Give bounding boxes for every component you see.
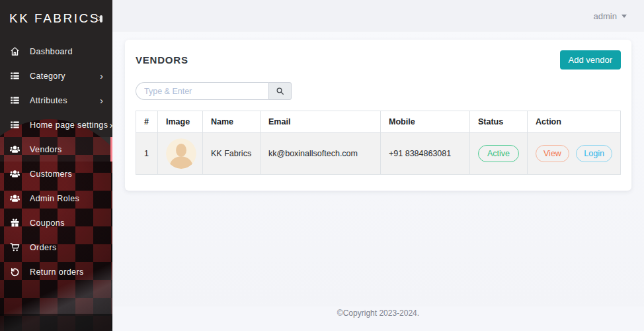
sidebar: KK FABRICS Dashboard Category › [0, 0, 112, 331]
sidebar-item-label: Dashboard [30, 47, 103, 56]
cart-icon [10, 242, 21, 252]
sidebar-item-coupons[interactable]: Coupons [0, 211, 112, 235]
sidebar-item-return-orders[interactable]: Return orders [0, 260, 112, 284]
page-title: VENDORS [136, 50, 188, 66]
sidebar-item-label: Home page settings [30, 120, 108, 130]
sidebar-item-label: Admin Roles [30, 194, 103, 203]
add-vendor-button[interactable]: Add vendor [560, 50, 622, 70]
sidebar-item-label: Category [30, 71, 99, 81]
sidebar-item-vendors[interactable]: Vendors [0, 137, 112, 162]
chevron-right-icon: › [99, 73, 103, 79]
list-icon [10, 95, 21, 105]
col-header-image: Image [158, 111, 203, 133]
users-icon [10, 144, 21, 154]
sidebar-item-home-page-settings[interactable]: Home page settings › [0, 113, 112, 137]
search-input[interactable] [136, 82, 268, 100]
sidebar-menu: Dashboard Category › Attributes › [0, 36, 112, 284]
sidebar-item-admin-roles[interactable]: Admin Roles [0, 186, 112, 211]
sidebar-item-dashboard[interactable]: Dashboard [0, 39, 112, 64]
copyright-text: ©Copyright 2023-2024. [337, 308, 419, 318]
table-header-row: # Image Name Email Mobile Status Action [136, 111, 621, 133]
vendors-card: VENDORS Add vendor [125, 40, 631, 191]
sidebar-brand-row: KK FABRICS [0, 0, 112, 36]
list-icon [10, 71, 21, 81]
gift-icon [10, 218, 21, 228]
sidebar-item-label: Orders [30, 243, 103, 252]
search-icon [276, 87, 284, 95]
sidebar-item-label: Customers [30, 169, 103, 179]
login-button[interactable]: Login [576, 145, 612, 162]
topbar: admin [112, 0, 644, 32]
table-row: 1 [136, 133, 621, 175]
chevron-right-icon: › [99, 97, 103, 104]
sidebar-item-label: Coupons [30, 218, 103, 228]
vendor-avatar [166, 138, 196, 169]
status-badge[interactable]: Active [478, 145, 519, 162]
col-header-index: # [136, 111, 158, 133]
sidebar-item-label: Vendors [30, 145, 101, 154]
col-header-email: Email [261, 111, 381, 133]
col-header-action: Action [528, 111, 621, 133]
sidebar-item-attributes[interactable]: Attributes › [0, 88, 112, 113]
view-button[interactable]: View [536, 145, 569, 162]
sidebar-item-label: Return orders [30, 267, 103, 277]
content-area: VENDORS Add vendor [112, 32, 644, 307]
brand-title: KK FABRICS [9, 11, 100, 26]
sidebar-background-shade [0, 314, 112, 331]
chevron-right-icon: › [108, 122, 112, 128]
sidebar-item-customers[interactable]: Customers [0, 162, 112, 186]
sidebar-collapse-toggle-icon[interactable] [100, 15, 102, 23]
home-icon [10, 46, 21, 56]
search-button[interactable] [268, 82, 292, 100]
app-window: KK FABRICS Dashboard Category › [0, 0, 644, 331]
sidebar-item-orders[interactable]: Orders [0, 235, 112, 260]
col-header-name: Name [203, 111, 261, 133]
caret-down-icon [622, 15, 627, 18]
search-bar [136, 82, 621, 100]
col-header-mobile: Mobile [381, 111, 470, 133]
vendor-email: kk@boxinallsoftech.com [261, 133, 381, 175]
admin-user-label: admin [594, 11, 617, 21]
footer: ©Copyright 2023-2024. [112, 307, 644, 331]
main-area: admin VENDORS Add vendor [112, 0, 644, 331]
row-index: 1 [136, 133, 158, 175]
users-icon [10, 193, 21, 203]
sidebar-item-label: Attributes [30, 96, 99, 105]
undo-icon [10, 267, 21, 277]
users-icon [10, 169, 21, 179]
vendor-name: KK Fabrics [203, 133, 261, 175]
sidebar-item-category[interactable]: Category › [0, 64, 112, 88]
vendor-mobile: +91 8384863081 [381, 133, 470, 175]
list-icon [10, 120, 21, 130]
vendors-table: # Image Name Email Mobile Status Action … [136, 111, 621, 175]
admin-user-dropdown[interactable]: admin [594, 11, 627, 21]
col-header-status: Status [470, 111, 528, 133]
